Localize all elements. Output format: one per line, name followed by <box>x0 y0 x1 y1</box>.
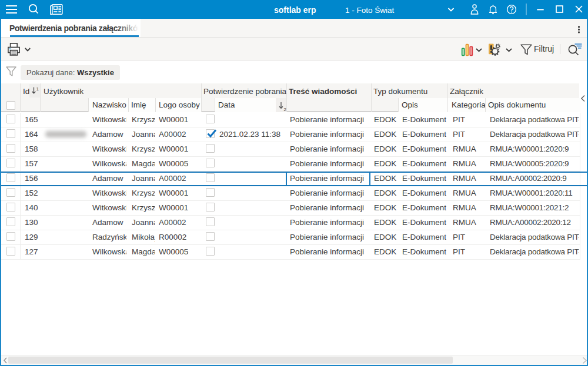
svg-text:1: 1 <box>36 86 39 92</box>
